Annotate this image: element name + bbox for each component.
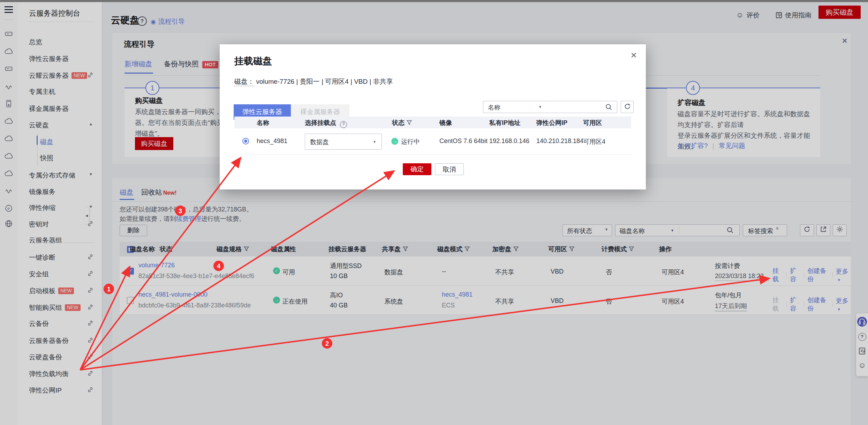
modal-search-input[interactable] — [546, 101, 617, 113]
attach-disk-modal: 挂载磁盘 × 磁盘： volume-7726 | 贵阳一 | 可用区4 | VB… — [220, 44, 646, 189]
modal-th-mountpoint: 选择挂载点 ? — [305, 119, 347, 128]
chevron-down-icon: ▼ — [373, 140, 376, 144]
server-radio[interactable] — [242, 138, 249, 144]
modal-table-row[interactable]: hecs_4981 数据盘 ▼ → 运行中 CentOS 7.6 64bit 1… — [234, 128, 631, 155]
modal-title: 挂载磁盘 — [234, 55, 272, 67]
search-icon[interactable] — [605, 103, 612, 112]
help-icon[interactable]: ? — [340, 121, 347, 128]
modal-table-header: 名称 选择挂载点 ? 状态 镜像 私有IP地址 弹性公网IP 可用区 — [234, 117, 631, 128]
modal-refresh-button[interactable] — [621, 101, 634, 113]
chevron-down-icon: ▼ — [538, 105, 542, 109]
status-running-icon: → — [391, 138, 398, 145]
cancel-button[interactable]: 取消 — [435, 163, 464, 175]
confirm-button[interactable]: 确定 — [403, 163, 431, 175]
modal-search-field-select[interactable]: 名称 ▼ — [483, 101, 547, 113]
modal-disk-info: 磁盘： volume-7726 | 贵阳一 | 可用区4 | VBD | 非共享 — [234, 77, 393, 86]
modal-close-icon[interactable]: × — [631, 49, 637, 61]
huawei-cloud-console: IP 云服务器控制台 总览弹性云服务器云耀云服务器NEW专属主机裸金属服务器云硬… — [0, 0, 868, 425]
modal-th-status: 状态 — [392, 119, 412, 127]
mount-point-select[interactable]: 数据盘 ▼ — [305, 134, 382, 150]
filter-icon[interactable] — [407, 120, 412, 127]
